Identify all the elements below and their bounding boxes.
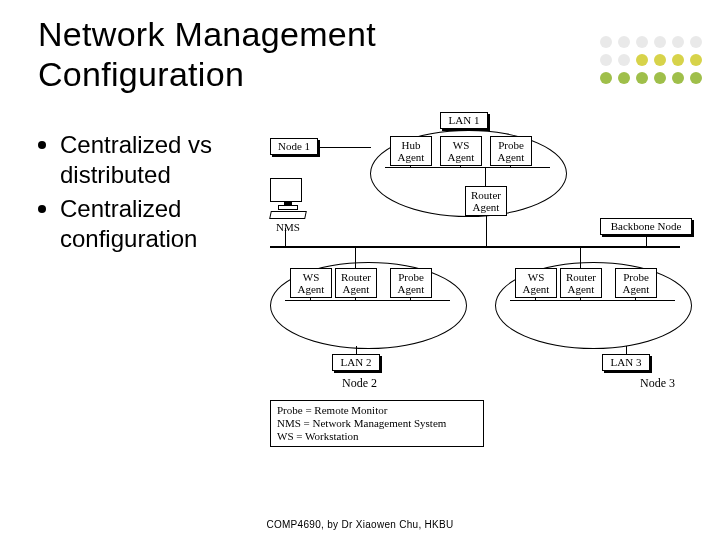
node3-label: Node 3: [640, 376, 675, 391]
lan3-bus: [510, 300, 675, 301]
caption-text: Backbone Node: [611, 220, 682, 232]
agent-label: ProbeAgent: [498, 139, 525, 163]
backbone-line: [270, 246, 680, 248]
dot-icon: [654, 54, 666, 66]
title-line-2: Configuration: [38, 55, 244, 93]
connector-line: [486, 214, 487, 246]
agent-label: WSAgent: [448, 139, 475, 163]
agent-box-probe: ProbeAgent: [490, 136, 532, 166]
agent-label: WSAgent: [298, 271, 325, 295]
dot-icon: [690, 36, 702, 48]
list-item: Centralized configuration: [38, 194, 268, 254]
agent-label: RouterAgent: [341, 271, 371, 295]
node1-label: Node 1: [270, 138, 318, 155]
lan2-bus: [285, 300, 450, 301]
dot-icon: [636, 72, 648, 84]
agent-label: RouterAgent: [566, 271, 596, 295]
slide-title: Network Management Configuration: [38, 14, 376, 94]
legend-line: NMS = Network Management System: [277, 417, 477, 430]
dot-icon: [672, 36, 684, 48]
dot-icon: [600, 72, 612, 84]
bullet-list: Centralized vs distributed Centralized c…: [38, 130, 268, 258]
decorative-dots: [600, 36, 704, 86]
dot-icon: [654, 36, 666, 48]
title-line-1: Network Management: [38, 15, 376, 53]
agent-box-ws: WSAgent: [515, 268, 557, 298]
nms-workstation-icon: NMS: [270, 178, 306, 233]
caption-text: LAN 1: [449, 114, 480, 126]
dot-icon: [654, 72, 666, 84]
bullet-icon: [38, 205, 46, 213]
agent-box-router: RouterAgent: [335, 268, 377, 298]
agent-label: RouterAgent: [471, 189, 501, 213]
dot-icon: [600, 36, 612, 48]
lan3-caption: LAN 3: [602, 354, 650, 371]
list-item: Centralized vs distributed: [38, 130, 268, 190]
dot-icon: [618, 36, 630, 48]
bullet-icon: [38, 141, 46, 149]
lan1-caption: LAN 1: [440, 112, 488, 129]
dot-icon: [618, 72, 630, 84]
node2-label: Node 2: [342, 376, 377, 391]
dot-icon: [690, 54, 702, 66]
connector-line: [646, 235, 647, 246]
agent-box-router: RouterAgent: [560, 268, 602, 298]
lan1-bus: [385, 167, 550, 168]
agent-label: ProbeAgent: [398, 271, 425, 295]
dot-icon: [636, 36, 648, 48]
agent-label: ProbeAgent: [623, 271, 650, 295]
connector-line: [356, 346, 357, 354]
dot-icon: [672, 72, 684, 84]
backbone-node-label: Backbone Node: [600, 218, 692, 235]
nms-label: NMS: [270, 221, 306, 233]
caption-text: LAN 2: [341, 356, 372, 368]
bullet-text: Centralized vs distributed: [60, 130, 268, 190]
connector-line: [318, 147, 371, 148]
agent-box-ws: WSAgent: [440, 136, 482, 166]
caption-text: Node 1: [278, 140, 310, 152]
legend-box: Probe = Remote Monitor NMS = Network Man…: [270, 400, 484, 447]
dot-icon: [636, 54, 648, 66]
legend-line: Probe = Remote Monitor: [277, 404, 477, 417]
agent-box-hub: HubAgent: [390, 136, 432, 166]
bus-tick: [485, 168, 486, 186]
agent-box-router: RouterAgent: [465, 186, 507, 216]
agent-label: WSAgent: [523, 271, 550, 295]
connector-line: [626, 346, 627, 354]
legend-line: WS = Workstation: [277, 430, 477, 443]
agent-box-ws: WSAgent: [290, 268, 332, 298]
dot-icon: [600, 54, 612, 66]
agent-box-probe: ProbeAgent: [390, 268, 432, 298]
bullet-text: Centralized configuration: [60, 194, 268, 254]
slide-footer: COMP4690, by Dr Xiaowen Chu, HKBU: [0, 519, 720, 530]
agent-label: HubAgent: [398, 139, 425, 163]
dot-icon: [618, 54, 630, 66]
caption-text: LAN 3: [611, 356, 642, 368]
network-diagram: HubAgent WSAgent ProbeAgent RouterAgent …: [270, 110, 705, 450]
dot-icon: [690, 72, 702, 84]
lan2-caption: LAN 2: [332, 354, 380, 371]
agent-box-probe: ProbeAgent: [615, 268, 657, 298]
dot-icon: [672, 54, 684, 66]
